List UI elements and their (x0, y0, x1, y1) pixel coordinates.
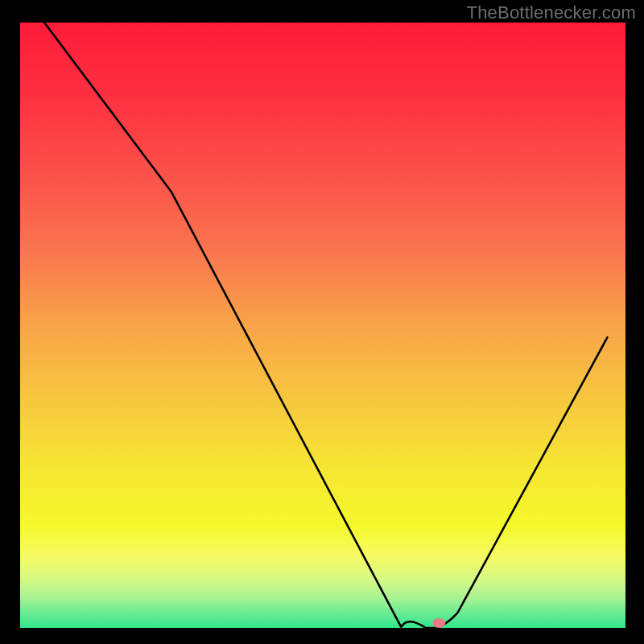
chart-stage: TheBottlenecker.com (0, 0, 644, 644)
plot-background (20, 23, 625, 628)
optimal-marker (432, 618, 445, 628)
watermark-text: TheBottlenecker.com (467, 2, 636, 23)
chart-svg (0, 0, 644, 644)
